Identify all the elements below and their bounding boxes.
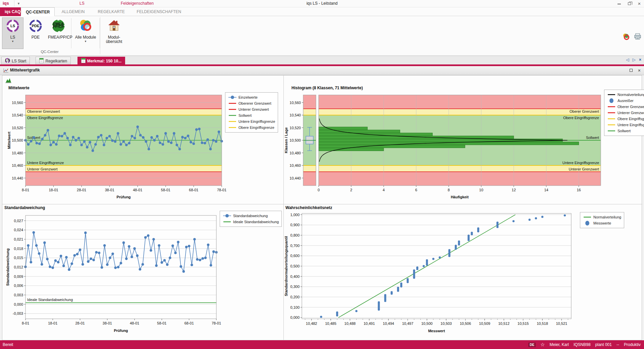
favorite-star-icon[interactable]: ☆ bbox=[540, 342, 545, 348]
svg-text:68-01: 68-01 bbox=[189, 188, 198, 192]
legend-item: Unterer Grenzwert bbox=[228, 106, 275, 112]
svg-text:6: 6 bbox=[415, 188, 417, 192]
ribbon-tab-qc-center[interactable]: QC-CENTER bbox=[21, 7, 55, 16]
svg-text:Unterer Grenzwert: Unterer Grenzwert bbox=[27, 167, 57, 171]
svg-text:0,400: 0,400 bbox=[290, 275, 300, 279]
doc-tab-regelkarten[interactable]: Regelkarten bbox=[36, 57, 71, 65]
svg-text:10,500: 10,500 bbox=[421, 321, 433, 326]
modules-icon[interactable] bbox=[623, 33, 630, 42]
svg-text:0,800: 0,800 bbox=[290, 233, 300, 237]
ribbon-tab-strip: iqs CAQ QC-CENTERALLGEMEINREGELKARTEFELD… bbox=[0, 7, 644, 16]
ribbon-button-modul-bersicht[interactable]: Modul-übersicht bbox=[102, 17, 126, 49]
ribbon-button-pde[interactable]: PDEPDE bbox=[25, 17, 46, 49]
legend-item: Messwerte bbox=[583, 220, 621, 226]
svg-text:28-01: 28-01 bbox=[75, 321, 85, 325]
legend-standardabweichung: StandardabweichungIdeale Standardabweich… bbox=[220, 211, 282, 227]
house-icon bbox=[107, 29, 121, 34]
svg-text:58-01: 58-01 bbox=[157, 321, 166, 325]
svg-text:Obererer Grenzwert: Obererer Grenzwert bbox=[27, 109, 60, 113]
chart-standardabweichung: StandardabweichungIdeale Standardabweich… bbox=[2, 204, 283, 341]
svg-text:2: 2 bbox=[350, 188, 352, 192]
doc-tab-ls-start[interactable]: LSLS Start bbox=[1, 57, 30, 65]
svg-text:Sollwert: Sollwert bbox=[586, 136, 599, 140]
svg-text:Unterer Grenzwert: Unterer Grenzwert bbox=[569, 167, 599, 171]
svg-text:PP/CP: PP/CP bbox=[53, 24, 64, 29]
svg-text:0,018: 0,018 bbox=[14, 247, 23, 251]
svg-text:0,900: 0,900 bbox=[290, 223, 300, 227]
svg-text:8: 8 bbox=[448, 188, 450, 192]
ribbon-button-fmea-pp-cp[interactable]: FMEAPP/CPFMEA/PP/CP bbox=[48, 17, 69, 49]
svg-text:0,600: 0,600 bbox=[290, 254, 300, 258]
svg-text:10,560: 10,560 bbox=[12, 101, 23, 105]
svg-text:0,006: 0,006 bbox=[14, 284, 23, 288]
legend-item: Obererer Grenzwert bbox=[228, 100, 275, 106]
svg-text:10: 10 bbox=[479, 188, 483, 192]
svg-text:0,500: 0,500 bbox=[290, 264, 300, 268]
svg-text:4: 4 bbox=[383, 188, 385, 192]
svg-text:PDE: PDE bbox=[32, 24, 40, 28]
svg-text:28-01: 28-01 bbox=[77, 188, 86, 192]
legend-item: Unterer Grenzwert bbox=[607, 110, 644, 116]
svg-text:10,540: 10,540 bbox=[12, 113, 23, 117]
maximize-button[interactable] bbox=[627, 1, 632, 6]
status-environment: Produktiv bbox=[624, 342, 641, 347]
legend-item: Obere Eingriffsgrenze bbox=[607, 116, 644, 122]
panel-maximize-icon[interactable] bbox=[630, 68, 633, 73]
ribbon-tab-regelkarte[interactable]: REGELKARTE bbox=[93, 7, 129, 16]
pde-ring-icon: PDE bbox=[28, 29, 43, 34]
svg-text:10,520: 10,520 bbox=[12, 126, 23, 130]
document-icon bbox=[81, 58, 86, 64]
svg-text:38-01: 38-01 bbox=[105, 188, 114, 192]
tab-scroll-left-icon[interactable]: ◁ bbox=[626, 57, 629, 62]
chart-icon bbox=[3, 68, 9, 74]
ribbon-tab-feldeigenschaften[interactable]: FELDEIGENSCHAFTEN bbox=[132, 7, 186, 16]
graph-tool-icon[interactable] bbox=[5, 77, 12, 85]
svg-text:10,460: 10,460 bbox=[289, 163, 301, 167]
status-plant: plant 001 bbox=[595, 342, 612, 347]
svg-text:10,515: 10,515 bbox=[518, 321, 529, 326]
status-text: Bereit bbox=[3, 342, 13, 347]
ribbon-button-alle-module[interactable]: Alle Module▾ bbox=[73, 17, 98, 49]
doc-tab-merkmal-150-10-[interactable]: Merkmal: 150 10... bbox=[77, 57, 125, 65]
legend-item: Standardabweichung bbox=[223, 213, 279, 219]
legend-item: Obere Eingriffsgrenze bbox=[228, 124, 275, 131]
panel-header: Mittelwertgrafik × bbox=[0, 66, 644, 75]
svg-text:10,491: 10,491 bbox=[364, 321, 375, 326]
ribbon-button-ls[interactable]: LSLS▾ bbox=[2, 17, 23, 49]
svg-text:Obere Eingriffsgrenze: Obere Eingriffsgrenze bbox=[563, 116, 599, 120]
legend-item: Untere Eingriffsgrenze bbox=[228, 118, 275, 124]
ribbon-tab-allgemein[interactable]: ALLGEMEIN bbox=[57, 7, 90, 16]
window-title: iqs LS - Leitstand bbox=[0, 1, 644, 6]
status-user: Meier, Karl bbox=[550, 342, 569, 347]
language-badge[interactable]: DE bbox=[528, 343, 536, 347]
fmea-ring-icon: FMEAPP/CP bbox=[51, 29, 66, 34]
dropdown-caret-icon: ▾ bbox=[74, 40, 97, 43]
svg-text:10,500: 10,500 bbox=[12, 138, 23, 142]
tab-scroll-right-icon[interactable]: ▷ bbox=[633, 57, 636, 62]
svg-text:0,000: 0,000 bbox=[290, 315, 300, 319]
tab-close-icon[interactable]: × bbox=[639, 57, 641, 62]
svg-text:Ideale Standardabweichung: Ideale Standardabweichung bbox=[27, 298, 73, 302]
svg-text:10,497: 10,497 bbox=[402, 321, 414, 326]
legend-item: Ausreißer bbox=[607, 98, 644, 104]
svg-text:Standardabweichung: Standardabweichung bbox=[6, 248, 10, 286]
print-icon[interactable] bbox=[634, 33, 641, 41]
legend-item: Sollwert bbox=[228, 112, 275, 118]
title-bar: iqs ▾ LS Feldeigenschaften iqs LS - Leit… bbox=[0, 0, 644, 7]
minimize-button[interactable] bbox=[616, 1, 622, 6]
svg-text:Messwert: Messwert bbox=[428, 329, 445, 333]
ribbon-group-separator bbox=[100, 17, 100, 54]
status-bar: Bereit DE ☆ Meier, Karl IQSNB98 plant 00… bbox=[0, 340, 644, 349]
chart-workspace: MittelwerteObererer GrenzwertObere Eingr… bbox=[2, 75, 642, 340]
svg-text:18-01: 18-01 bbox=[49, 188, 58, 192]
svg-text:10,506: 10,506 bbox=[460, 321, 471, 326]
svg-text:Standardnormalverteilungsquant: Standardnormalverteilungsquantil bbox=[284, 236, 288, 296]
svg-text:12: 12 bbox=[512, 188, 516, 192]
legend-mittelwerte: EinzelwerteObererer GrenzwertUnterer Gre… bbox=[225, 92, 278, 133]
svg-text:LS: LS bbox=[10, 24, 15, 28]
panel-close-icon[interactable]: × bbox=[638, 68, 641, 73]
close-button[interactable]: × bbox=[637, 1, 642, 6]
svg-text:8-01: 8-01 bbox=[22, 321, 29, 325]
status-separator: -- bbox=[616, 342, 619, 347]
dropdown-caret-icon: ▾ bbox=[2, 40, 23, 43]
